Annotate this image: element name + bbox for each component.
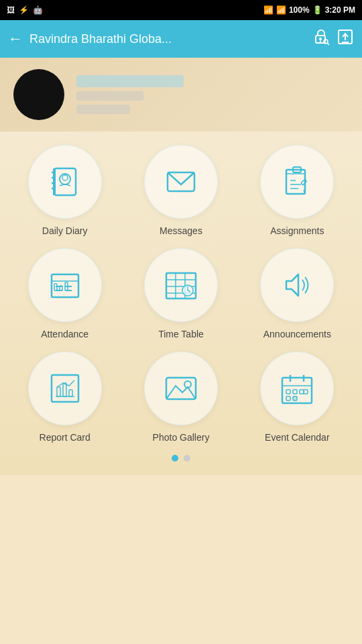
pagination-dots [10,443,352,468]
messages-icon [164,164,198,199]
svg-rect-58 [293,396,297,400]
status-right-info: 📶 📶 100% 🔋 3:20 PM [263,5,355,15]
image-icon: 🖼 [7,5,15,15]
pagination-dot-2[interactable] [184,455,190,462]
svg-rect-43 [52,375,78,402]
profile-section [0,58,362,131]
wifi-icon: 📶 [263,5,274,15]
daily-diary-label: Daily Diary [42,225,88,236]
grid-item-time-table[interactable]: Time Table [126,248,235,339]
report-card-icon-circle [28,352,102,425]
messages-icon-circle [144,145,218,219]
assignments-icon [280,164,314,199]
announcements-icon-circle [260,248,334,322]
grid-item-announcements[interactable]: Announcements [243,248,352,339]
event-calendar-icon-circle [260,352,334,425]
profile-name-blurred [76,75,184,87]
svg-line-4 [327,43,329,45]
battery-percent: 100% [289,5,310,15]
report-card-label: Report Card [40,432,90,443]
assignments-icon-circle [260,145,334,219]
grid-item-photo-gallery[interactable]: Photo Gallery [126,352,235,443]
svg-rect-54 [286,390,290,394]
usb-icon: ⚡ [19,5,29,15]
photo-gallery-icon [164,371,198,406]
event-calendar-label: Event Calendar [265,432,330,443]
daily-diary-icon-circle [28,145,102,219]
battery-icon: 🔋 [312,5,322,15]
menu-grid-area: Daily Diary Messages [0,131,362,475]
svg-rect-48 [166,378,196,399]
time-display: 3:20 PM [325,5,355,15]
photo-gallery-label: Photo Gallery [153,432,210,443]
svg-rect-8 [54,168,76,195]
announcements-label: Announcements [263,329,331,339]
photo-gallery-icon-circle [144,352,218,425]
status-left-icons: 🖼 ⚡ 🤖 [7,5,43,15]
svg-rect-55 [293,390,297,394]
grid-item-messages[interactable]: Messages [126,145,235,236]
header-title: Ravindra Bharathi Globa... [29,32,306,46]
report-card-icon [48,371,82,406]
avatar [13,69,64,120]
attendance-icon [48,268,82,303]
messages-label: Messages [160,225,202,236]
pagination-dot-1[interactable] [172,455,178,462]
status-bar: 🖼 ⚡ 🤖 📶 📶 100% 🔋 3:20 PM [0,0,362,20]
signal-icon: 📶 [276,5,286,15]
grid-item-assignments[interactable]: Assignments [243,145,352,236]
announcements-icon [280,268,314,303]
assignments-label: Assignments [270,225,324,236]
time-table-label: Time Table [158,329,204,339]
header-icon-group [312,28,354,50]
app-header: ← Ravindra Bharathi Globa... [0,20,362,58]
svg-rect-46 [63,383,66,396]
svg-point-1 [319,38,322,40]
svg-rect-57 [286,396,290,400]
grid-item-report-card[interactable]: Report Card [10,352,119,443]
event-calendar-icon [280,371,314,406]
daily-diary-icon [48,164,82,199]
profile-info [76,75,184,114]
svg-rect-47 [69,390,72,396]
back-button[interactable]: ← [8,30,23,48]
export-icon[interactable] [337,28,354,50]
svg-point-11 [62,175,68,180]
lock-key-icon[interactable] [312,28,330,50]
time-table-icon-circle [144,248,218,322]
android-icon: 🤖 [33,5,43,15]
grid-item-event-calendar[interactable]: Event Calendar [243,352,352,443]
svg-rect-59 [304,390,308,394]
attendance-icon-circle [28,248,102,322]
menu-grid: Daily Diary Messages [10,145,352,443]
profile-id-blurred [76,91,143,101]
svg-rect-56 [300,390,304,394]
time-table-icon [164,268,198,303]
svg-rect-45 [57,387,60,396]
profile-class-blurred [76,105,130,114]
grid-item-daily-diary[interactable]: Daily Diary [10,145,119,236]
attendance-label: Attendance [41,329,88,339]
grid-item-attendance[interactable]: Attendance [10,248,119,339]
